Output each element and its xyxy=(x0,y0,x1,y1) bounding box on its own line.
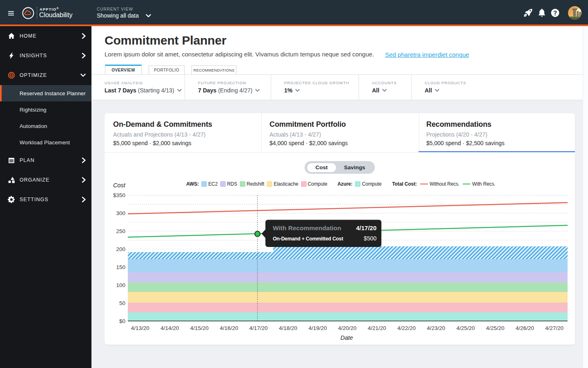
svg-text:4/20/20: 4/20/20 xyxy=(338,325,356,331)
svg-text:With Recommendation: With Recommendation xyxy=(273,224,341,231)
svg-text:50: 50 xyxy=(119,300,125,306)
svg-text:250: 250 xyxy=(116,228,125,234)
svg-text:4/18/20: 4/18/20 xyxy=(279,325,297,331)
svg-text:200: 200 xyxy=(116,246,125,252)
svg-text:4/13/20: 4/13/20 xyxy=(131,325,149,331)
svg-text:4/17/20: 4/17/20 xyxy=(356,224,376,231)
svg-text:$0: $0 xyxy=(119,318,125,324)
svg-text:4/21/20: 4/21/20 xyxy=(368,325,386,331)
svg-text:$500: $500 xyxy=(364,235,376,242)
svg-text:4/25/20: 4/25/20 xyxy=(486,325,504,331)
svg-text:Cost: Cost xyxy=(113,182,126,188)
svg-text:4/23/20: 4/23/20 xyxy=(427,325,445,331)
svg-text:4/15/20: 4/15/20 xyxy=(190,325,209,331)
svg-text:100: 100 xyxy=(116,282,125,288)
svg-text:300: 300 xyxy=(116,210,125,216)
svg-text:4/17/20: 4/17/20 xyxy=(249,325,268,331)
svg-text:4/25/20: 4/25/20 xyxy=(457,325,475,331)
svg-text:4/22/20: 4/22/20 xyxy=(397,325,416,331)
svg-text:4/19/20: 4/19/20 xyxy=(308,325,327,331)
svg-text:On-Demand + Committed Cost: On-Demand + Committed Cost xyxy=(273,236,343,242)
svg-text:4/16/20: 4/16/20 xyxy=(220,325,238,331)
svg-text:150: 150 xyxy=(116,264,125,270)
svg-text:4/14/20: 4/14/20 xyxy=(160,325,179,331)
svg-text:$350: $350 xyxy=(113,192,125,198)
svg-text:4/27/20: 4/27/20 xyxy=(545,325,564,331)
svg-text:4/26/20: 4/26/20 xyxy=(516,325,534,331)
svg-text:Date: Date xyxy=(341,334,353,341)
